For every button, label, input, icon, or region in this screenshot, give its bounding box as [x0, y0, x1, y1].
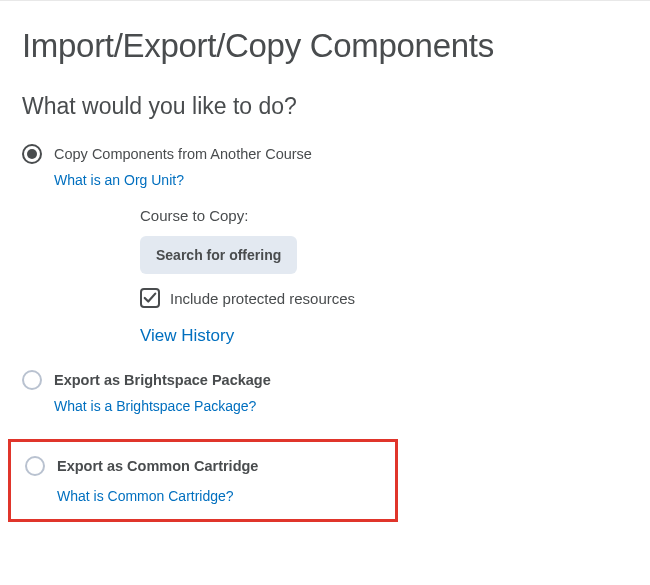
- radio-export-brightspace[interactable]: [22, 370, 42, 390]
- page-title: Import/Export/Copy Components: [22, 27, 628, 65]
- option-export-brightspace: Export as Brightspace Package What is a …: [22, 370, 628, 415]
- check-icon: [143, 291, 157, 305]
- radio-export-common-cartridge-label: Export as Common Cartridge: [57, 458, 258, 474]
- include-protected-label: Include protected resources: [170, 290, 355, 307]
- option-copy-components: Copy Components from Another Course What…: [22, 144, 628, 346]
- radio-copy-components[interactable]: [22, 144, 42, 164]
- copy-subsection: Course to Copy: Search for offering Incl…: [140, 207, 628, 346]
- link-what-is-brightspace-package[interactable]: What is a Brightspace Package?: [54, 398, 256, 414]
- link-view-history[interactable]: View History: [140, 326, 234, 346]
- search-for-offering-button[interactable]: Search for offering: [140, 236, 297, 274]
- link-what-is-org-unit[interactable]: What is an Org Unit?: [54, 172, 184, 188]
- highlight-common-cartridge: Export as Common Cartridge What is Commo…: [8, 439, 398, 522]
- radio-export-common-cartridge[interactable]: [25, 456, 45, 476]
- radio-export-brightspace-label: Export as Brightspace Package: [54, 372, 271, 388]
- link-what-is-common-cartridge[interactable]: What is Common Cartridge?: [57, 488, 234, 504]
- course-to-copy-label: Course to Copy:: [140, 207, 628, 224]
- page-subtitle: What would you like to do?: [22, 93, 628, 120]
- checkbox-include-protected[interactable]: [140, 288, 160, 308]
- radio-copy-components-label: Copy Components from Another Course: [54, 146, 312, 162]
